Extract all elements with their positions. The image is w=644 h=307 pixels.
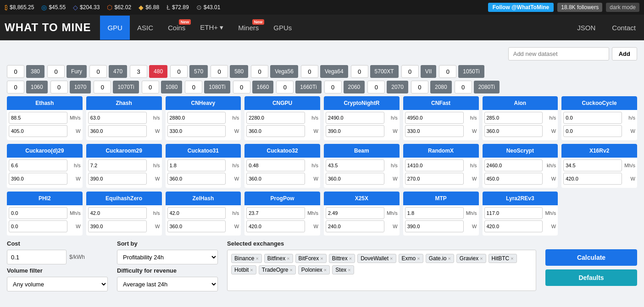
gpu-label-button[interactable]: 2070 (387, 81, 408, 93)
hashrate-input[interactable] (405, 207, 464, 219)
gpu-label-button[interactable]: 1660Ti (295, 81, 321, 93)
gpu-label-button[interactable]: Vega64 (320, 65, 348, 78)
hashrate-input[interactable] (326, 112, 384, 124)
power-input[interactable] (246, 173, 305, 185)
algo-name-button[interactable]: EquihashZero (86, 192, 162, 205)
nav-json[interactable]: JSON (573, 16, 599, 40)
gpu-label-button[interactable]: 1080 (161, 81, 183, 93)
gpu-count-input[interactable] (439, 65, 456, 78)
gpu-count-input[interactable] (130, 65, 147, 78)
algo-name-button[interactable]: Cuckatoo31 (166, 144, 241, 158)
gpu-label-button[interactable]: Vega56 (270, 65, 298, 78)
power-input[interactable] (88, 220, 147, 232)
nav-item-coins[interactable]: Coins New (161, 16, 193, 40)
nav-item-gpu[interactable]: GPU (100, 16, 130, 40)
gpu-count-input[interactable] (401, 65, 419, 78)
power-input[interactable] (326, 173, 384, 185)
hashrate-input[interactable] (167, 207, 226, 219)
gpu-label-button[interactable]: 570 (189, 65, 208, 78)
sort-select[interactable]: Profitability 24h Profitability 1h Reven… (117, 250, 218, 264)
follow-button[interactable]: Follow @WhatToMine (488, 3, 554, 12)
hashrate-input[interactable] (9, 159, 67, 171)
algo-name-button[interactable]: Lyra2REv3 (483, 192, 558, 205)
power-input[interactable] (9, 220, 67, 232)
power-input[interactable] (167, 173, 226, 185)
algo-name-button[interactable]: CryptoNightR (324, 96, 400, 110)
gpu-count-input[interactable] (94, 81, 111, 93)
gpu-count-input[interactable] (411, 81, 428, 93)
gpu-count-input[interactable] (211, 65, 228, 78)
algo-name-button[interactable]: ZelHash (166, 192, 241, 205)
volume-select[interactable]: Any volume Exclude low volume (7, 277, 108, 291)
hashrate-input[interactable] (484, 207, 543, 219)
hashrate-input[interactable] (88, 207, 147, 219)
hashrate-input[interactable] (563, 112, 622, 124)
gpu-count-input[interactable] (7, 81, 24, 93)
hashrate-input[interactable] (246, 207, 305, 219)
gpu-label-button[interactable]: 2060 (344, 81, 365, 93)
hashrate-input[interactable] (246, 112, 305, 124)
gpu-label-button[interactable]: 470 (109, 65, 127, 78)
exchange-remove[interactable]: × (349, 256, 352, 261)
hashrate-input[interactable] (88, 159, 147, 171)
algo-name-button[interactable]: RandomX (403, 144, 479, 158)
gpu-count-input[interactable] (455, 81, 472, 93)
algo-name-button[interactable]: PHI2 (7, 192, 83, 205)
exchange-remove[interactable]: × (511, 256, 513, 261)
gpu-count-input[interactable] (170, 65, 188, 78)
algo-name-button[interactable]: Cuckaroom29 (86, 144, 162, 158)
defaults-button[interactable]: Defaults (545, 269, 637, 286)
gpu-label-button[interactable]: 1660 (252, 81, 274, 93)
exchange-remove[interactable]: × (448, 256, 450, 261)
gpu-count-input[interactable] (7, 65, 24, 78)
hashrate-input[interactable] (246, 159, 305, 171)
power-input[interactable] (88, 173, 147, 185)
nav-item-ethplus[interactable]: ETH+ ▾ (193, 15, 231, 40)
algo-name-button[interactable]: Cuckatoo32 (244, 144, 320, 158)
dataset-input[interactable] (508, 47, 609, 60)
exchange-remove[interactable]: × (255, 256, 258, 261)
nav-contact[interactable]: Contact (608, 16, 639, 40)
gpu-label-button[interactable]: 1080Ti (204, 81, 230, 93)
power-input[interactable] (9, 173, 67, 185)
dark-mode-button[interactable]: dark mode (606, 3, 639, 12)
power-input[interactable] (484, 220, 543, 232)
gpu-count-input[interactable] (367, 81, 385, 93)
hashrate-input[interactable] (326, 207, 384, 219)
power-input[interactable] (563, 125, 622, 137)
difficulty-select[interactable]: Average last 24h Current (117, 277, 218, 291)
gpu-count-input[interactable] (276, 81, 294, 93)
calculate-button[interactable]: Calculate (545, 249, 637, 266)
algo-name-button[interactable]: ProgPow (244, 192, 320, 205)
hashrate-input[interactable] (326, 159, 384, 171)
hashrate-input[interactable] (405, 159, 464, 171)
exchange-remove[interactable]: × (289, 267, 292, 273)
hashrate-input[interactable] (484, 159, 543, 171)
hashrate-input[interactable] (484, 112, 543, 124)
gpu-label-button[interactable]: 1070Ti (113, 81, 139, 93)
hashrate-input[interactable] (9, 207, 67, 219)
power-input[interactable] (88, 125, 147, 137)
nav-item-miners[interactable]: Miners New (231, 16, 266, 40)
hashrate-input[interactable] (167, 159, 226, 171)
power-input[interactable] (326, 220, 384, 232)
power-input[interactable] (484, 125, 543, 137)
gpu-label-button[interactable]: 5700XT (370, 65, 399, 78)
gpu-label-button[interactable]: 1050Ti (458, 65, 484, 78)
power-input[interactable] (326, 125, 384, 137)
gpu-label-button[interactable]: 1070 (70, 81, 91, 93)
power-input[interactable] (246, 220, 305, 232)
add-dataset-button[interactable]: Add (612, 47, 637, 60)
gpu-label-button[interactable]: Fury (67, 65, 87, 78)
hashrate-input[interactable] (405, 112, 464, 124)
gpu-count-input[interactable] (351, 65, 368, 78)
exchange-remove[interactable]: × (390, 256, 393, 261)
power-input[interactable] (405, 173, 464, 185)
power-input[interactable] (167, 125, 226, 137)
hashrate-input[interactable] (167, 112, 226, 124)
gpu-count-input[interactable] (185, 81, 202, 93)
algo-name-button[interactable]: CNFast (403, 96, 479, 110)
algo-name-button[interactable]: MTP (403, 192, 479, 205)
power-input[interactable] (405, 220, 464, 232)
exchange-remove[interactable]: × (324, 267, 327, 273)
